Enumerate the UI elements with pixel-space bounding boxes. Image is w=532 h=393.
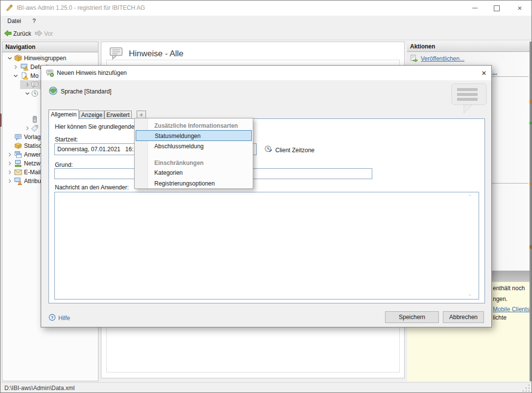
globe-icon bbox=[48, 86, 58, 95]
scrollbar-mark bbox=[530, 183, 532, 185]
menu-item-abschlussmeldung[interactable]: Abschlussmeldung bbox=[135, 141, 253, 152]
note-link-fragment[interactable]: Mobile Clients bbox=[493, 306, 530, 313]
chevron-right-icon[interactable] bbox=[24, 81, 31, 88]
menu-gap bbox=[135, 152, 253, 159]
tab-allgemein[interactable]: Allgemein bbox=[48, 110, 79, 119]
informationsarten-menu: Zusätzliche InformationsartenStatusmeldu… bbox=[134, 118, 253, 189]
actions-header: Aktionen bbox=[407, 42, 530, 52]
menu-item-kategorien[interactable]: Kategorien bbox=[135, 167, 253, 178]
back-arrow-icon[interactable] bbox=[4, 29, 12, 37]
navigation-header: Navigation bbox=[2, 42, 98, 52]
publish-icon bbox=[410, 54, 418, 62]
chevron-right-icon[interactable] bbox=[6, 151, 13, 158]
network-icon bbox=[14, 160, 22, 167]
status-bar: D:\IBI-aws\Admin\Data.xml bbox=[0, 382, 532, 393]
svg-text:?: ? bbox=[51, 315, 53, 320]
add-note-icon bbox=[46, 69, 54, 77]
help-icon: ? bbox=[48, 314, 56, 321]
reason-label: Grund: bbox=[55, 162, 73, 168]
page-warning-icon bbox=[21, 72, 28, 80]
forward-arrow-icon bbox=[35, 29, 43, 37]
left-edge-artifact bbox=[0, 114, 1, 127]
page-title: Hinweise - Alle bbox=[129, 49, 184, 59]
chevron-right-icon[interactable] bbox=[6, 178, 13, 185]
tree-item-label: Mo bbox=[30, 72, 39, 79]
note-icon bbox=[31, 81, 39, 89]
watermark-bubble-icon bbox=[449, 82, 488, 116]
chevron-down-icon[interactable] bbox=[12, 72, 19, 79]
tree-item-label: Hinweisgruppen bbox=[24, 55, 66, 62]
message-label: Nachricht an den Anwender: bbox=[55, 184, 129, 191]
save-button[interactable]: Speichern bbox=[385, 311, 439, 323]
resize-grip[interactable] bbox=[523, 385, 531, 393]
note-text-fragment: ngen. bbox=[493, 296, 508, 302]
scrollbar-mark bbox=[530, 245, 532, 249]
menu-item-registrierungsoptionen[interactable]: Registrierungsoptionen bbox=[135, 178, 253, 189]
timezone-icon bbox=[264, 145, 273, 154]
scroll-down-icon[interactable]: ⌄ bbox=[468, 291, 472, 297]
phone-icon bbox=[31, 116, 39, 123]
package-icon bbox=[14, 54, 22, 62]
dialog-title: Neuen Hinweis hinzufügen bbox=[57, 66, 127, 80]
publish-link[interactable]: Veröffentlichen... bbox=[421, 55, 464, 62]
tree-item-label: Attribu bbox=[24, 178, 41, 185]
data-file-path: D:\IBI-aws\Admin\Data.xml bbox=[4, 385, 74, 392]
chevron-right-icon[interactable] bbox=[12, 64, 19, 70]
tree-item-label: Statisc bbox=[24, 142, 42, 149]
menu-bar: Datei ? bbox=[0, 16, 532, 27]
app-icon bbox=[5, 4, 13, 12]
note-text-fragment: enthält noch bbox=[493, 285, 525, 292]
maximize-button[interactable] bbox=[487, 0, 507, 16]
start-time-label: Startzeit: bbox=[55, 136, 78, 143]
chevron-down-icon[interactable] bbox=[24, 90, 31, 97]
note-text-fragment: lichte bbox=[493, 314, 507, 321]
message-textarea[interactable] bbox=[54, 192, 479, 300]
add-hinweis-dialog: Neuen Hinweis hinzufügen ✕ Sprache [Stan… bbox=[41, 65, 492, 327]
hinweise-icon bbox=[108, 46, 124, 60]
scrollbar-mark bbox=[530, 99, 532, 104]
close-button[interactable]: ✕ bbox=[510, 0, 530, 16]
window-title: IBI-aws Admin 1.25.0 - registriert für I… bbox=[17, 0, 145, 16]
scroll-up-icon[interactable]: ⌃ bbox=[468, 194, 472, 199]
template-icon bbox=[14, 133, 22, 141]
title-bar: IBI-aws Admin 1.25.0 - registriert für I… bbox=[0, 0, 532, 16]
tree-item-label: Netzw bbox=[24, 160, 40, 167]
dialog-title-bar: Neuen Hinweis hinzufügen ✕ bbox=[41, 66, 491, 80]
menu-header-zus-tzliche-informationsarten: Zusätzliche Informationsarten bbox=[135, 121, 253, 130]
monitor-warning-icon bbox=[21, 63, 28, 71]
menu-help[interactable]: ? bbox=[27, 16, 41, 27]
help-link[interactable]: Hilfe bbox=[58, 315, 70, 322]
menu-header-einschr-nkungen: Einschränkungen bbox=[135, 159, 253, 167]
forward-button: Vor bbox=[44, 30, 53, 38]
cancel-button[interactable]: Abbrechen bbox=[443, 311, 484, 323]
chevron-right-icon[interactable] bbox=[6, 169, 13, 176]
menu-item-statusmeldungen[interactable]: Statusmeldungen bbox=[136, 130, 252, 141]
dialog-close-icon[interactable]: ✕ bbox=[477, 66, 491, 80]
tree-item-hinweisgruppen[interactable]: Hinweisgruppen bbox=[2, 54, 98, 63]
intro-text: Hier können Sie grundlegende Ei bbox=[55, 123, 141, 130]
static-box-icon bbox=[14, 142, 22, 150]
tree-item-label: E-Mail bbox=[24, 169, 41, 176]
language-label: Sprache [Standard] bbox=[61, 88, 111, 95]
tab-anzeige[interactable]: Anzeige bbox=[79, 111, 104, 119]
chevron-right-icon[interactable] bbox=[6, 160, 13, 167]
attributes-icon bbox=[14, 177, 22, 185]
tab-erweitert[interactable]: Erweitert bbox=[104, 111, 132, 119]
mail-icon bbox=[14, 168, 22, 176]
chevron-right-icon[interactable] bbox=[24, 125, 31, 132]
toolbar: Zurück Vor bbox=[0, 27, 532, 40]
apps-icon bbox=[14, 151, 22, 159]
right-scrollbar-strip[interactable] bbox=[530, 42, 532, 381]
back-button[interactable]: Zurück bbox=[13, 30, 31, 38]
tag-icon bbox=[31, 124, 39, 132]
tab-content-panel: Hier können Sie grundlegende Ei Startzei… bbox=[48, 118, 485, 303]
tree-item-label: Vorlag bbox=[24, 134, 41, 140]
clock-icon bbox=[31, 90, 39, 97]
scrollbar-mark bbox=[530, 122, 532, 124]
minimize-button[interactable] bbox=[465, 0, 484, 16]
timezone-label: Client Zeitzone bbox=[275, 147, 314, 154]
hidden-link-fragment[interactable]: ... bbox=[492, 69, 497, 75]
menu-datei[interactable]: Datei bbox=[2, 16, 26, 27]
tree-item-label: Anwen bbox=[24, 151, 42, 158]
chevron-down-icon[interactable] bbox=[6, 55, 13, 62]
